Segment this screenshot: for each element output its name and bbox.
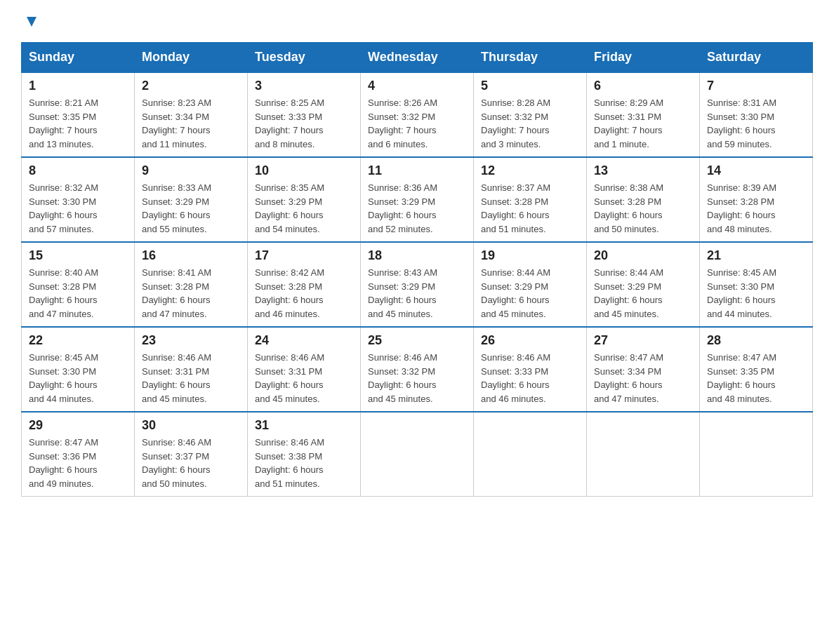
day-cell: 8Sunrise: 8:32 AM Sunset: 3:30 PM Daylig… [22, 157, 135, 242]
day-cell: 12Sunrise: 8:37 AM Sunset: 3:28 PM Dayli… [474, 157, 587, 242]
day-number: 12 [481, 163, 579, 178]
day-cell: 4Sunrise: 8:26 AM Sunset: 3:32 PM Daylig… [361, 72, 474, 157]
day-number: 5 [481, 79, 579, 93]
day-number: 3 [255, 79, 353, 93]
day-cell [587, 412, 700, 497]
day-cell: 18Sunrise: 8:43 AM Sunset: 3:29 PM Dayli… [361, 242, 474, 327]
day-cell: 7Sunrise: 8:31 AM Sunset: 3:30 PM Daylig… [700, 72, 813, 157]
day-info: Sunrise: 8:37 AM Sunset: 3:28 PM Dayligh… [481, 181, 579, 236]
day-cell [700, 412, 813, 497]
day-number: 16 [142, 248, 240, 263]
day-number: 4 [368, 79, 466, 93]
day-info: Sunrise: 8:47 AM Sunset: 3:34 PM Dayligh… [594, 351, 692, 405]
day-cell: 1Sunrise: 8:21 AM Sunset: 3:35 PM Daylig… [22, 72, 135, 157]
day-info: Sunrise: 8:47 AM Sunset: 3:35 PM Dayligh… [707, 351, 805, 405]
page-header [21, 14, 813, 29]
day-cell: 5Sunrise: 8:28 AM Sunset: 3:32 PM Daylig… [474, 72, 587, 157]
calendar-body: 1Sunrise: 8:21 AM Sunset: 3:35 PM Daylig… [22, 72, 813, 497]
logo [21, 14, 39, 29]
day-number: 15 [29, 248, 127, 263]
day-cell: 21Sunrise: 8:45 AM Sunset: 3:30 PM Dayli… [700, 242, 813, 327]
day-info: Sunrise: 8:44 AM Sunset: 3:29 PM Dayligh… [594, 266, 692, 321]
day-info: Sunrise: 8:21 AM Sunset: 3:35 PM Dayligh… [29, 96, 127, 151]
day-number: 25 [368, 333, 466, 348]
day-cell: 6Sunrise: 8:29 AM Sunset: 3:31 PM Daylig… [587, 72, 700, 157]
day-cell: 23Sunrise: 8:46 AM Sunset: 3:31 PM Dayli… [135, 327, 248, 412]
col-tuesday: Tuesday [248, 43, 361, 73]
day-number: 23 [142, 333, 240, 348]
col-wednesday: Wednesday [361, 43, 474, 73]
day-number: 17 [255, 248, 353, 263]
day-cell: 26Sunrise: 8:46 AM Sunset: 3:33 PM Dayli… [474, 327, 587, 412]
day-info: Sunrise: 8:26 AM Sunset: 3:32 PM Dayligh… [368, 96, 466, 151]
day-info: Sunrise: 8:43 AM Sunset: 3:29 PM Dayligh… [368, 266, 466, 321]
header-row: Sunday Monday Tuesday Wednesday Thursday… [22, 43, 813, 73]
day-info: Sunrise: 8:46 AM Sunset: 3:32 PM Dayligh… [368, 351, 466, 405]
day-info: Sunrise: 8:28 AM Sunset: 3:32 PM Dayligh… [481, 96, 579, 151]
day-info: Sunrise: 8:46 AM Sunset: 3:31 PM Dayligh… [255, 351, 353, 405]
col-thursday: Thursday [474, 43, 587, 73]
day-cell: 19Sunrise: 8:44 AM Sunset: 3:29 PM Dayli… [474, 242, 587, 327]
day-number: 10 [255, 163, 353, 178]
day-info: Sunrise: 8:44 AM Sunset: 3:29 PM Dayligh… [481, 266, 579, 321]
day-cell: 29Sunrise: 8:47 AM Sunset: 3:36 PM Dayli… [22, 412, 135, 497]
day-number: 18 [368, 248, 466, 263]
day-info: Sunrise: 8:39 AM Sunset: 3:28 PM Dayligh… [707, 181, 805, 236]
day-number: 26 [481, 333, 579, 348]
day-cell: 17Sunrise: 8:42 AM Sunset: 3:28 PM Dayli… [248, 242, 361, 327]
week-row-5: 29Sunrise: 8:47 AM Sunset: 3:36 PM Dayli… [22, 412, 813, 497]
day-info: Sunrise: 8:25 AM Sunset: 3:33 PM Dayligh… [255, 96, 353, 151]
day-cell: 15Sunrise: 8:40 AM Sunset: 3:28 PM Dayli… [22, 242, 135, 327]
day-cell: 22Sunrise: 8:45 AM Sunset: 3:30 PM Dayli… [22, 327, 135, 412]
day-cell [474, 412, 587, 497]
day-cell: 16Sunrise: 8:41 AM Sunset: 3:28 PM Dayli… [135, 242, 248, 327]
day-info: Sunrise: 8:32 AM Sunset: 3:30 PM Dayligh… [29, 181, 127, 236]
day-number: 20 [594, 248, 692, 263]
col-friday: Friday [587, 43, 700, 73]
week-row-2: 8Sunrise: 8:32 AM Sunset: 3:30 PM Daylig… [22, 157, 813, 242]
day-number: 2 [142, 79, 240, 93]
calendar-header: Sunday Monday Tuesday Wednesday Thursday… [22, 43, 813, 73]
day-cell: 30Sunrise: 8:46 AM Sunset: 3:37 PM Dayli… [135, 412, 248, 497]
day-info: Sunrise: 8:38 AM Sunset: 3:28 PM Dayligh… [594, 181, 692, 236]
day-cell: 25Sunrise: 8:46 AM Sunset: 3:32 PM Dayli… [361, 327, 474, 412]
day-number: 22 [29, 333, 127, 348]
day-info: Sunrise: 8:36 AM Sunset: 3:29 PM Dayligh… [368, 181, 466, 236]
day-info: Sunrise: 8:42 AM Sunset: 3:28 PM Dayligh… [255, 266, 353, 321]
col-saturday: Saturday [700, 43, 813, 73]
day-info: Sunrise: 8:23 AM Sunset: 3:34 PM Dayligh… [142, 96, 240, 151]
day-cell: 20Sunrise: 8:44 AM Sunset: 3:29 PM Dayli… [587, 242, 700, 327]
day-number: 24 [255, 333, 353, 348]
day-number: 14 [707, 163, 805, 178]
day-cell: 27Sunrise: 8:47 AM Sunset: 3:34 PM Dayli… [587, 327, 700, 412]
day-number: 28 [707, 333, 805, 348]
svg-marker-0 [27, 17, 37, 27]
day-cell: 11Sunrise: 8:36 AM Sunset: 3:29 PM Dayli… [361, 157, 474, 242]
day-number: 6 [594, 79, 692, 93]
day-info: Sunrise: 8:45 AM Sunset: 3:30 PM Dayligh… [29, 351, 127, 405]
day-info: Sunrise: 8:33 AM Sunset: 3:29 PM Dayligh… [142, 181, 240, 236]
day-number: 13 [594, 163, 692, 178]
day-number: 11 [368, 163, 466, 178]
day-info: Sunrise: 8:29 AM Sunset: 3:31 PM Dayligh… [594, 96, 692, 151]
day-cell: 10Sunrise: 8:35 AM Sunset: 3:29 PM Dayli… [248, 157, 361, 242]
day-number: 1 [29, 79, 127, 93]
day-number: 21 [707, 248, 805, 263]
day-cell: 31Sunrise: 8:46 AM Sunset: 3:38 PM Dayli… [248, 412, 361, 497]
week-row-1: 1Sunrise: 8:21 AM Sunset: 3:35 PM Daylig… [22, 72, 813, 157]
day-cell: 14Sunrise: 8:39 AM Sunset: 3:28 PM Dayli… [700, 157, 813, 242]
day-info: Sunrise: 8:47 AM Sunset: 3:36 PM Dayligh… [29, 436, 127, 490]
logo-chevron-icon [24, 14, 39, 29]
day-info: Sunrise: 8:35 AM Sunset: 3:29 PM Dayligh… [255, 181, 353, 236]
col-sunday: Sunday [22, 43, 135, 73]
day-info: Sunrise: 8:41 AM Sunset: 3:28 PM Dayligh… [142, 266, 240, 321]
day-info: Sunrise: 8:46 AM Sunset: 3:31 PM Dayligh… [142, 351, 240, 405]
day-info: Sunrise: 8:31 AM Sunset: 3:30 PM Dayligh… [707, 96, 805, 151]
day-info: Sunrise: 8:40 AM Sunset: 3:28 PM Dayligh… [29, 266, 127, 321]
day-cell: 28Sunrise: 8:47 AM Sunset: 3:35 PM Dayli… [700, 327, 813, 412]
day-number: 29 [29, 418, 127, 433]
week-row-4: 22Sunrise: 8:45 AM Sunset: 3:30 PM Dayli… [22, 327, 813, 412]
day-cell: 9Sunrise: 8:33 AM Sunset: 3:29 PM Daylig… [135, 157, 248, 242]
col-monday: Monday [135, 43, 248, 73]
day-number: 31 [255, 418, 353, 433]
